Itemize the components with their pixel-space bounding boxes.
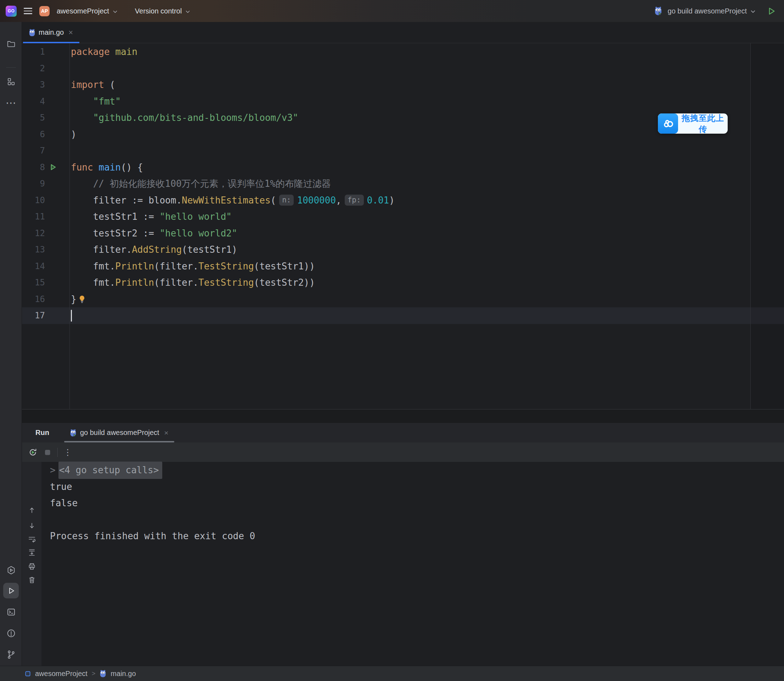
console-output[interactable]: ><4 go setup calls>truefalseProcess fini… bbox=[41, 462, 784, 666]
fold-chevron-icon[interactable]: > bbox=[50, 462, 55, 478]
problems-tool-button[interactable] bbox=[0, 623, 22, 643]
code-line-11[interactable]: testStr1 := "hello world" bbox=[70, 209, 784, 225]
console-line[interactable] bbox=[41, 512, 784, 528]
line-number[interactable]: 15 bbox=[22, 277, 45, 288]
structure-tool-button[interactable] bbox=[0, 71, 22, 92]
code-line-3[interactable]: import ( bbox=[70, 76, 784, 93]
gutter-line-6[interactable]: 6 bbox=[22, 126, 70, 143]
gutter-line-16[interactable]: 16 bbox=[22, 291, 70, 308]
line-number[interactable]: 10 bbox=[22, 195, 45, 205]
terminal-tool-button[interactable] bbox=[0, 602, 22, 622]
gutter-line-12[interactable]: 12 bbox=[22, 225, 70, 242]
breadcrumb-project[interactable]: awesomeProject bbox=[35, 670, 87, 678]
stop-button[interactable] bbox=[43, 448, 52, 457]
run-configuration-selector[interactable]: go build awesomeProject bbox=[668, 7, 756, 15]
gutter-line-17[interactable]: 17 bbox=[22, 307, 70, 324]
main-menu-icon[interactable] bbox=[24, 8, 32, 14]
rerun-button[interactable] bbox=[28, 448, 38, 457]
clear-console-icon[interactable] bbox=[28, 576, 36, 584]
gutter-line-3[interactable]: 3 bbox=[22, 76, 70, 93]
code-line-15[interactable]: fmt.Println(filter.TestString(testStr2)) bbox=[70, 274, 784, 291]
line-number[interactable]: 7 bbox=[22, 146, 45, 156]
line-number[interactable]: 8 bbox=[22, 162, 45, 172]
scroll-to-end-icon[interactable] bbox=[28, 548, 36, 557]
console-line[interactable]: Process finished with the exit code 0 bbox=[41, 528, 784, 545]
gutter-line-2[interactable]: 2 bbox=[22, 60, 70, 77]
code-line-17[interactable] bbox=[70, 307, 784, 324]
project-tool-button[interactable] bbox=[0, 34, 22, 54]
folded-output[interactable]: <4 go setup calls> bbox=[58, 462, 163, 479]
code-line-14[interactable]: fmt.Println(filter.TestString(testStr1)) bbox=[70, 258, 784, 275]
breadcrumb-file[interactable]: main.go bbox=[111, 670, 136, 678]
baidu-upload-overlay[interactable]: 拖拽至此上传 bbox=[658, 114, 728, 134]
code-line-8[interactable]: func main() { bbox=[70, 159, 784, 176]
code-token bbox=[110, 44, 115, 60]
terminal-icon bbox=[6, 607, 16, 617]
services-tool-button[interactable] bbox=[0, 560, 22, 580]
run-tab[interactable]: go build awesomeProject × bbox=[64, 423, 174, 442]
gutter-line-8[interactable]: 8 bbox=[22, 159, 70, 176]
editor-tab-bar: main.go × bbox=[22, 22, 784, 43]
console-gutter bbox=[22, 462, 41, 666]
line-number[interactable]: 2 bbox=[22, 63, 45, 73]
project-avatar[interactable]: AP bbox=[40, 6, 50, 16]
intention-bulb-icon[interactable] bbox=[78, 295, 86, 304]
gutter-line-14[interactable]: 14 bbox=[22, 258, 70, 275]
line-number[interactable]: 16 bbox=[22, 294, 45, 304]
code-line-13[interactable]: filter.AddString(testStr1) bbox=[70, 241, 784, 258]
code-line-9[interactable]: // 初始化能接收100万个元素，误判率位1%的布隆过滤器 bbox=[70, 176, 784, 192]
console-line[interactable]: false bbox=[41, 495, 784, 512]
code-token: testStr1 := bbox=[71, 209, 160, 225]
tab-main-go[interactable]: main.go × bbox=[23, 22, 79, 43]
code-line-7[interactable] bbox=[70, 143, 784, 159]
line-number[interactable]: 12 bbox=[22, 228, 45, 238]
activity-bar: ⋯ bbox=[0, 22, 22, 666]
gutter-line-5[interactable]: 5 bbox=[22, 109, 70, 126]
gutter-line-10[interactable]: 10 bbox=[22, 192, 70, 209]
close-icon[interactable]: × bbox=[164, 429, 168, 437]
print-icon[interactable] bbox=[28, 562, 36, 571]
gutter-line-4[interactable]: 4 bbox=[22, 93, 70, 110]
line-number[interactable]: 11 bbox=[22, 212, 45, 222]
line-number[interactable]: 3 bbox=[22, 80, 45, 90]
line-number[interactable]: 9 bbox=[22, 179, 45, 188]
more-options-icon[interactable]: ⋮ bbox=[63, 447, 72, 457]
line-number[interactable]: 6 bbox=[22, 129, 45, 139]
version-control-menu[interactable]: Version control bbox=[135, 7, 191, 15]
gopher-file-icon bbox=[100, 670, 106, 678]
code-line-12[interactable]: testStr2 := "hello world2" bbox=[70, 225, 784, 242]
goland-logo-icon: GO bbox=[6, 6, 17, 17]
gutter-line-7[interactable]: 7 bbox=[22, 143, 70, 159]
gutter-line-15[interactable]: 15 bbox=[22, 274, 70, 291]
more-tool-windows-button[interactable]: ⋯ bbox=[0, 93, 22, 113]
prev-occurrence-icon[interactable] bbox=[28, 506, 36, 515]
next-occurrence-icon[interactable] bbox=[28, 521, 36, 530]
gutter-line-11[interactable]: 11 bbox=[22, 209, 70, 225]
line-number[interactable]: 5 bbox=[22, 113, 45, 123]
close-icon[interactable]: × bbox=[68, 29, 73, 36]
gutter-line-9[interactable]: 9 bbox=[22, 176, 70, 192]
git-tool-button[interactable] bbox=[0, 645, 22, 664]
run-button[interactable] bbox=[767, 6, 776, 16]
code-line-1[interactable]: package main bbox=[70, 44, 784, 60]
code-line-16[interactable]: } bbox=[70, 291, 784, 308]
code-line-10[interactable]: filter := bloom.NewWithEstimates(n:10000… bbox=[70, 192, 784, 209]
console-line[interactable]: true bbox=[41, 478, 784, 495]
code-token: Println bbox=[115, 258, 154, 275]
line-number[interactable]: 14 bbox=[22, 261, 45, 271]
line-number[interactable]: 4 bbox=[22, 97, 45, 106]
gutter-line-1[interactable]: 1 bbox=[22, 44, 70, 60]
code-editor[interactable]: 1234567891011121314151617 package mainim… bbox=[22, 43, 784, 409]
line-number[interactable]: 13 bbox=[22, 245, 45, 255]
code-line-4[interactable]: "fmt" bbox=[70, 93, 784, 110]
run-line-icon[interactable] bbox=[49, 163, 57, 171]
soft-wrap-icon[interactable] bbox=[28, 535, 36, 543]
project-selector[interactable]: awesomeProject bbox=[57, 7, 118, 15]
line-number[interactable]: 17 bbox=[22, 310, 45, 320]
console-line[interactable]: ><4 go setup calls> bbox=[41, 462, 784, 478]
gutter-line-13[interactable]: 13 bbox=[22, 241, 70, 258]
console-text: true bbox=[50, 478, 72, 495]
code-line-2[interactable] bbox=[70, 60, 784, 77]
line-number[interactable]: 1 bbox=[22, 47, 45, 57]
run-tool-button[interactable] bbox=[0, 581, 22, 600]
